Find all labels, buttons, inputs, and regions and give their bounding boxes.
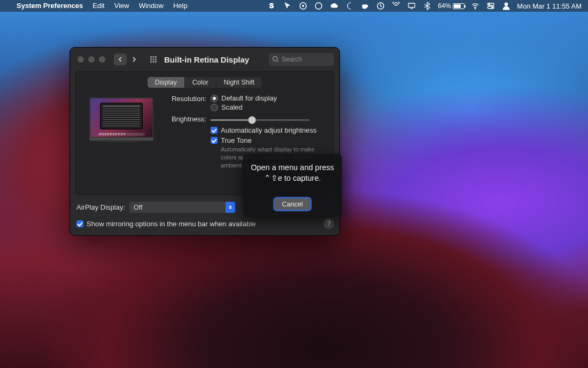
airplay-label: AirPlay Display: bbox=[76, 203, 125, 211]
minimize-button[interactable] bbox=[88, 56, 95, 63]
svg-rect-5 bbox=[408, 3, 415, 7]
svg-rect-12 bbox=[150, 56, 152, 58]
battery-percent-label: 64% bbox=[438, 2, 451, 10]
menu-help[interactable]: Help bbox=[168, 0, 192, 12]
svg-rect-13 bbox=[153, 56, 154, 58]
resolution-scaled-radio[interactable]: Scaled bbox=[211, 103, 325, 111]
resolution-scaled-label: Scaled bbox=[221, 103, 243, 111]
circle-icon[interactable] bbox=[314, 0, 323, 12]
checkbox-checked-icon bbox=[76, 220, 83, 227]
wifi-icon[interactable] bbox=[470, 0, 480, 12]
svg-rect-19 bbox=[153, 61, 154, 63]
close-button[interactable] bbox=[78, 56, 84, 63]
show-mirroring-checkbox[interactable]: Show mirroring options in the menu bar w… bbox=[76, 220, 256, 228]
display-thumbnail bbox=[84, 97, 158, 172]
window-title: Built-in Retina Display bbox=[164, 55, 249, 64]
svg-rect-16 bbox=[153, 59, 154, 60]
app-menu[interactable]: System Preferences bbox=[12, 0, 88, 12]
true-tone-label: True Tone bbox=[221, 136, 325, 144]
resolution-label: Resolution: bbox=[168, 94, 211, 103]
menu-view[interactable]: View bbox=[110, 0, 134, 12]
modal-line1: Open a menu and press bbox=[250, 163, 335, 173]
capture-hint-modal: Open a menu and press ⌃⇧e to capture. Ca… bbox=[243, 154, 342, 217]
control-center-icon[interactable] bbox=[486, 0, 496, 12]
svg-rect-20 bbox=[155, 61, 157, 63]
tab-night-shift[interactable]: Night Shift bbox=[216, 77, 262, 88]
svg-rect-17 bbox=[155, 59, 157, 60]
svg-point-6 bbox=[475, 8, 476, 9]
tab-color[interactable]: Color bbox=[185, 77, 216, 88]
show-all-button[interactable] bbox=[148, 54, 159, 65]
brightness-slider[interactable] bbox=[211, 114, 325, 124]
radio-unchecked-icon bbox=[211, 104, 218, 111]
help-button[interactable]: ? bbox=[323, 218, 334, 229]
checkbox-checked-icon bbox=[211, 127, 218, 134]
battery-status[interactable]: 64% bbox=[438, 2, 465, 10]
display-mirror-icon[interactable] bbox=[407, 0, 416, 12]
traffic-lights bbox=[75, 56, 105, 63]
cancel-button[interactable]: Cancel bbox=[275, 198, 310, 210]
cursor-icon[interactable] bbox=[283, 0, 292, 12]
back-button[interactable] bbox=[114, 53, 127, 65]
svg-rect-15 bbox=[150, 59, 152, 60]
tab-bar: Display Color Night Shift bbox=[148, 77, 262, 88]
letter-s-icon[interactable]: S bbox=[267, 0, 277, 12]
svg-point-10 bbox=[492, 7, 493, 8]
svg-rect-18 bbox=[150, 61, 152, 63]
svg-point-9 bbox=[489, 4, 490, 5]
battery-icon bbox=[453, 3, 465, 9]
titlebar: Built-in Retina Display bbox=[70, 48, 339, 71]
show-mirroring-label: Show mirroring options in the menu bar w… bbox=[87, 220, 256, 228]
crescent-icon[interactable] bbox=[345, 0, 354, 12]
modal-line2: ⌃⇧e to capture. bbox=[250, 173, 335, 184]
resolution-default-label: Default for display bbox=[221, 94, 277, 102]
resolution-default-radio[interactable]: Default for display bbox=[211, 94, 325, 102]
tab-display[interactable]: Display bbox=[148, 77, 185, 88]
svg-point-11 bbox=[505, 3, 508, 6]
clock-history-icon[interactable] bbox=[376, 0, 385, 12]
select-arrows-icon bbox=[226, 202, 235, 213]
bluetooth-icon[interactable] bbox=[422, 0, 432, 12]
auto-brightness-label: Automatically adjust brightness bbox=[221, 126, 316, 134]
svg-point-2 bbox=[303, 5, 304, 7]
disk-icon[interactable] bbox=[298, 0, 308, 12]
menu-window[interactable]: Window bbox=[134, 0, 168, 12]
search-icon bbox=[272, 56, 279, 63]
airplay-icon[interactable] bbox=[391, 0, 401, 12]
svg-text:S: S bbox=[269, 2, 274, 10]
menu-edit[interactable]: Edit bbox=[88, 0, 109, 12]
coffee-icon[interactable] bbox=[360, 0, 370, 12]
checkbox-checked-icon bbox=[211, 137, 218, 144]
user-icon[interactable] bbox=[501, 0, 511, 12]
forward-button[interactable] bbox=[128, 53, 141, 65]
cloud-icon[interactable] bbox=[329, 0, 339, 12]
airplay-select[interactable]: Off bbox=[129, 202, 235, 213]
svg-point-21 bbox=[273, 57, 277, 61]
airplay-value: Off bbox=[134, 204, 142, 211]
menubar-clock[interactable]: Mon Mar 1 11:55 AM bbox=[517, 2, 582, 10]
zoom-button[interactable] bbox=[99, 56, 105, 63]
radio-checked-icon bbox=[211, 95, 218, 102]
menu-bar: System Preferences Edit View Window Help… bbox=[0, 0, 588, 12]
svg-rect-14 bbox=[155, 56, 157, 58]
svg-point-3 bbox=[315, 3, 322, 9]
brightness-label: Brightness: bbox=[168, 114, 211, 123]
auto-brightness-checkbox[interactable]: Automatically adjust brightness bbox=[211, 126, 325, 134]
